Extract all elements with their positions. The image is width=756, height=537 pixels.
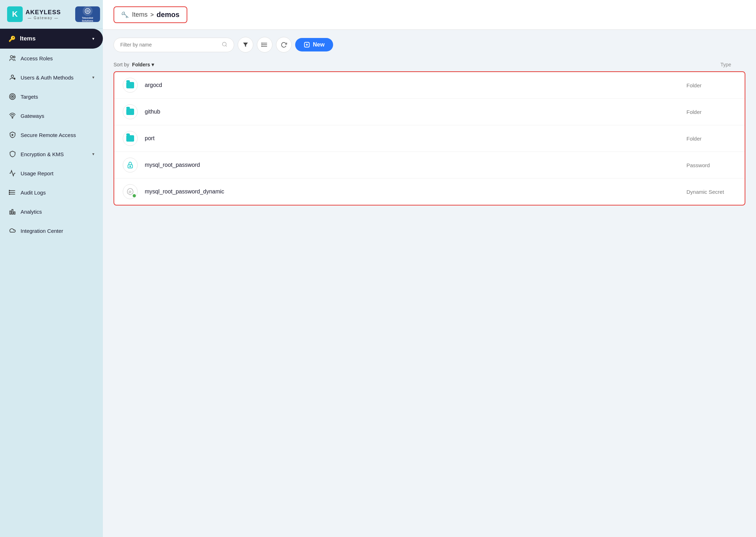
search-box[interactable] xyxy=(114,38,234,52)
sidebar-item-targets[interactable]: Targets xyxy=(0,87,103,106)
users-icon xyxy=(9,54,16,62)
logo-subtitle: — Gateway — xyxy=(26,16,61,20)
shield-icon xyxy=(9,150,16,158)
sidebar-item-analytics[interactable]: Analytics xyxy=(0,202,103,221)
target-icon xyxy=(9,93,16,100)
svg-point-3 xyxy=(13,56,15,58)
logo-akeyless: K AKEYLESS — Gateway — xyxy=(7,6,61,22)
sidebar-item-secure-remote[interactable]: Secure Remote Access xyxy=(0,125,103,144)
wifi-icon xyxy=(9,112,16,120)
new-button-label: New xyxy=(313,42,325,48)
svg-point-8 xyxy=(12,96,13,97)
svg-rect-17 xyxy=(10,211,11,214)
sidebar-item-label: Access Roles xyxy=(21,55,53,61)
logo-text: AKEYLESS — Gateway — xyxy=(26,9,61,20)
sort-by-label: Sort by xyxy=(114,62,129,67)
sidebar-item-gateways[interactable]: Gateways xyxy=(0,106,103,125)
cloud-icon xyxy=(9,227,16,235)
breadcrumb-items: Items xyxy=(132,11,148,18)
sidebar-item-label: Usage Report xyxy=(21,170,54,176)
svg-point-26 xyxy=(261,44,262,45)
svg-point-10 xyxy=(12,134,13,135)
sidebar-active-label: Items xyxy=(20,35,35,42)
chevron-down-icon: ▾ xyxy=(92,36,94,41)
shield-lock-icon xyxy=(9,131,16,139)
toolbar: New xyxy=(114,37,745,53)
item-name: mysql_root_password xyxy=(145,162,686,168)
sidebar-item-integration[interactable]: Integration Center xyxy=(0,221,103,240)
dynamic-status-dot xyxy=(133,194,136,197)
partner-logo: TekonAidSolutions xyxy=(75,6,100,22)
svg-point-32 xyxy=(130,166,131,167)
key-breadcrumb-icon: 🗝️ xyxy=(121,11,129,19)
sidebar-item-usage-report[interactable]: Usage Report xyxy=(0,164,103,183)
folder-icon xyxy=(123,131,138,146)
svg-point-6 xyxy=(10,94,16,100)
new-button[interactable]: New xyxy=(295,38,333,51)
svg-point-4 xyxy=(11,75,14,77)
svg-point-7 xyxy=(11,95,14,98)
item-type: Password xyxy=(686,162,736,168)
refresh-button[interactable] xyxy=(276,37,292,53)
svg-point-15 xyxy=(9,192,10,193)
item-name: mysql_root_password_dynamic xyxy=(145,188,686,195)
sidebar-item-label: Encryption & KMS xyxy=(21,151,64,157)
sidebar-item-users-auth[interactable]: Users & Auth Methods ▾ xyxy=(0,68,103,87)
table-row[interactable]: port Folder xyxy=(114,125,745,152)
item-name: github xyxy=(145,109,686,115)
svg-rect-19 xyxy=(14,212,15,214)
key-icon: 🔑 xyxy=(9,35,16,42)
breadcrumb-current: demos xyxy=(156,11,179,19)
filter-button[interactable] xyxy=(238,37,253,53)
item-type: Folder xyxy=(686,82,736,88)
folder-icon xyxy=(123,104,138,119)
chevron-down-icon: ▾ xyxy=(92,152,94,157)
svg-rect-18 xyxy=(12,209,13,214)
table-row[interactable]: mysql_root_password Password xyxy=(114,152,745,179)
sort-value: Folders xyxy=(132,62,150,67)
sidebar-header: K AKEYLESS — Gateway — TekonAidSolutio xyxy=(0,0,103,29)
sidebar-item-encryption-kms[interactable]: Encryption & KMS ▾ xyxy=(0,144,103,164)
sort-bar: Sort by Folders ▾ Type xyxy=(114,58,745,71)
table-row[interactable]: github Folder xyxy=(114,99,745,125)
item-name: argocd xyxy=(145,82,686,88)
user-cog-icon xyxy=(9,73,16,81)
table-row[interactable]: argocd Folder xyxy=(114,72,745,99)
sort-dropdown[interactable]: Folders ▾ xyxy=(132,62,154,67)
svg-point-20 xyxy=(222,42,226,46)
search-input[interactable] xyxy=(120,42,219,48)
svg-point-25 xyxy=(261,43,262,44)
table-row[interactable]: mysql_root_password_dynamic Dynamic Secr… xyxy=(114,179,745,205)
sidebar-item-label: Secure Remote Access xyxy=(21,132,76,138)
sidebar-item-label: Targets xyxy=(21,94,38,100)
chevron-down-icon: ▾ xyxy=(92,75,94,80)
breadcrumb-separator: > xyxy=(150,12,154,18)
items-table: argocd Folder github Folder port Folder xyxy=(114,71,745,206)
sidebar-item-items-active[interactable]: 🔑 Items ▾ xyxy=(0,29,103,49)
partner-logo-inner: TekonAidSolutions xyxy=(82,6,93,22)
password-icon xyxy=(123,158,138,172)
svg-point-16 xyxy=(9,194,10,195)
svg-point-2 xyxy=(10,56,13,58)
sidebar-item-access-roles[interactable]: Access Roles xyxy=(0,49,103,68)
top-bar: 🗝️ Items > demos xyxy=(103,0,756,30)
logo-k-icon: K xyxy=(7,6,23,22)
list-view-button[interactable] xyxy=(257,37,272,53)
svg-point-27 xyxy=(261,46,262,47)
chart-icon xyxy=(9,169,16,177)
folder-icon xyxy=(123,78,138,93)
main-content: 🗝️ Items > demos xyxy=(103,0,756,537)
svg-point-9 xyxy=(12,117,13,119)
sort-chevron-icon: ▾ xyxy=(151,62,154,67)
item-type: Folder xyxy=(686,109,736,115)
item-type: Dynamic Secret xyxy=(686,189,736,195)
sidebar-item-label: Integration Center xyxy=(21,228,63,234)
breadcrumb: 🗝️ Items > demos xyxy=(114,6,187,23)
logo-title: AKEYLESS xyxy=(26,9,61,16)
svg-line-21 xyxy=(226,45,227,46)
sidebar: K AKEYLESS — Gateway — TekonAidSolutio xyxy=(0,0,103,537)
sidebar-item-audit-logs[interactable]: Audit Logs xyxy=(0,183,103,202)
bar-chart-icon xyxy=(9,208,16,215)
item-name: port xyxy=(145,135,686,142)
sidebar-item-label: Users & Auth Methods xyxy=(21,75,73,81)
